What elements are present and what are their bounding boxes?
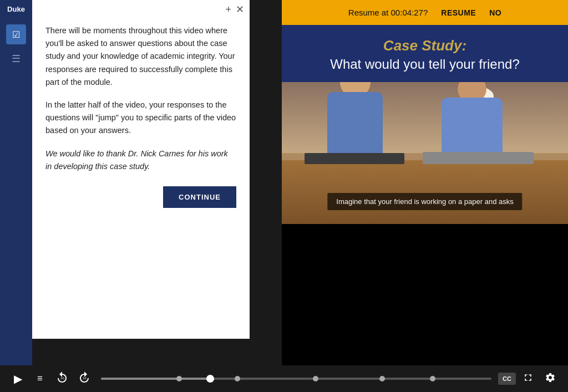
progress-marker-2 bbox=[235, 376, 240, 381]
rewind-button[interactable]: 10 bbox=[52, 369, 72, 389]
sidebar: Duke ☑ ☰ bbox=[0, 0, 32, 365]
transcript-icon: ≡ bbox=[37, 373, 43, 384]
video-area: Resume at 00:04:27? RESUME NO Case Study… bbox=[282, 0, 568, 365]
bottom-controls: ▶ ≡ 10 10 bbox=[0, 365, 568, 392]
progress-track[interactable] bbox=[101, 378, 491, 380]
progress-thumb[interactable] bbox=[206, 375, 214, 383]
table-surface bbox=[282, 160, 568, 224]
progress-marker-5 bbox=[430, 376, 435, 381]
svg-text:10: 10 bbox=[60, 376, 64, 380]
laptop-left bbox=[305, 153, 404, 164]
play-icon: ▶ bbox=[14, 372, 22, 385]
checklist-icon: ☑ bbox=[12, 29, 20, 40]
library-scene: Imagine that your friend is working on a… bbox=[282, 82, 568, 224]
progress-marker-4 bbox=[379, 376, 385, 381]
fullscreen-button[interactable] bbox=[518, 369, 538, 389]
svg-text:10: 10 bbox=[83, 376, 87, 380]
right-controls: CC bbox=[498, 369, 560, 389]
close-button[interactable]: ✕ bbox=[236, 4, 244, 14]
play-button[interactable]: ▶ bbox=[8, 369, 28, 389]
forward-icon: 10 bbox=[78, 371, 91, 387]
resume-time-text: Resume at 00:04:27? bbox=[348, 8, 428, 17]
video-content: Case Study: What would you tell your fri… bbox=[282, 25, 568, 365]
case-study-header: Case Study: What would you tell your fri… bbox=[282, 25, 568, 82]
forward-button[interactable]: 10 bbox=[74, 369, 94, 389]
add-button[interactable]: + bbox=[225, 4, 231, 14]
person-left bbox=[311, 82, 399, 164]
case-study-subtitle: What would you tell your friend? bbox=[330, 57, 520, 72]
progress-marker-3 bbox=[313, 376, 318, 381]
settings-icon bbox=[545, 372, 556, 386]
paragraph-1: There will be moments throughout this vi… bbox=[45, 24, 236, 89]
no-button[interactable]: NO bbox=[489, 8, 501, 17]
rewind-icon: 10 bbox=[55, 371, 69, 386]
sidebar-item-menu[interactable]: ☰ bbox=[6, 49, 26, 69]
progress-container[interactable] bbox=[97, 369, 496, 389]
continue-button[interactable]: CONTINUE bbox=[163, 186, 236, 208]
caption-overlay: Imagine that your friend is working on a… bbox=[327, 193, 522, 210]
progress-fill bbox=[101, 378, 210, 380]
fullscreen-icon bbox=[523, 372, 534, 386]
video-lower-area bbox=[282, 224, 568, 366]
panel-body: There will be moments throughout this vi… bbox=[32, 19, 250, 339]
paragraph-3: We would like to thank Dr. Nick Carnes f… bbox=[45, 147, 236, 173]
case-study-title: Case Study: bbox=[293, 37, 557, 54]
sidebar-item-checklist[interactable]: ☑ bbox=[6, 24, 26, 44]
settings-button[interactable] bbox=[540, 369, 560, 389]
transcript-button[interactable]: ≡ bbox=[30, 369, 50, 389]
laptop-right bbox=[423, 152, 534, 164]
video-image-area[interactable]: Imagine that your friend is working on a… bbox=[282, 82, 568, 224]
menu-icon: ☰ bbox=[12, 53, 21, 65]
caption-text: Imagine that your friend is working on a… bbox=[336, 197, 513, 206]
panel-header: + ✕ bbox=[32, 0, 250, 19]
resume-banner: Resume at 00:04:27? RESUME NO bbox=[282, 0, 568, 25]
resume-button[interactable]: RESUME bbox=[441, 8, 476, 17]
sidebar-logo: Duke bbox=[7, 6, 25, 13]
progress-marker-1 bbox=[176, 376, 182, 381]
paragraph-2: In the latter half of the video, your re… bbox=[45, 99, 236, 138]
content-panel: + ✕ There will be moments throughout thi… bbox=[32, 0, 250, 339]
cc-button[interactable]: CC bbox=[498, 373, 516, 385]
